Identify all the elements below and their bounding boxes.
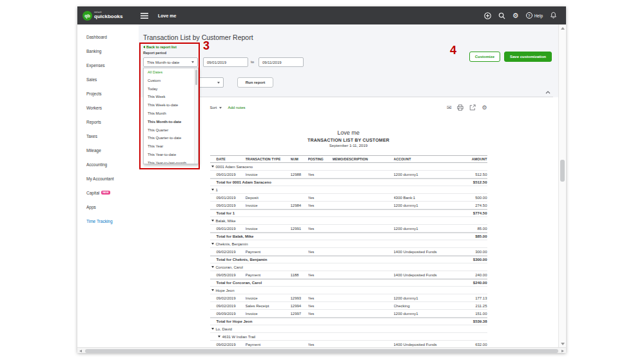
period-option-this-year-to-last-month[interactable]: This Year-to-last-month — [144, 159, 194, 164]
sidebar-item-time-tracking[interactable]: Time Tracking — [77, 214, 139, 228]
total-row: Total for Corcoran, Carol$240.00 — [210, 279, 487, 287]
period-option-custom[interactable]: Custom — [144, 77, 194, 85]
period-option-this-week-to-date[interactable]: This Week-to-date — [144, 101, 194, 110]
print-icon[interactable] — [457, 104, 463, 111]
group-label: Hope Jeon — [210, 289, 487, 292]
help-button[interactable]: ? Help — [526, 12, 543, 19]
collapse-triangle-icon[interactable] — [211, 243, 214, 245]
transaction-row[interactable]: 09/02/2019Sales Receipt12994YesChecking2… — [210, 302, 487, 310]
collapse-chevron-icon[interactable] — [545, 91, 551, 94]
transaction-row[interactable]: 09/01/2019DepositYes4300 Bank:1500.00 — [210, 194, 487, 202]
total-row: Total for Cheknis, Benjamin$300.00 — [210, 256, 487, 263]
group-header-row[interactable]: 0001 Adam Saraceno — [210, 163, 487, 171]
sidebar-item-accounting[interactable]: Accounting — [77, 157, 139, 171]
cell-amount: 85.00 — [462, 227, 487, 231]
save-customization-button[interactable]: Save customization — [504, 52, 552, 62]
group-label: 1 — [210, 188, 487, 192]
vertical-scrollbar-thumb[interactable] — [560, 160, 565, 182]
collapse-triangle-icon[interactable] — [218, 336, 220, 338]
sidebar-item-expenses[interactable]: Expenses — [77, 58, 139, 72]
period-option-today[interactable]: Today — [144, 85, 194, 93]
hamburger-menu-icon[interactable] — [141, 13, 148, 19]
sort-dropdown[interactable]: Sort — [210, 106, 222, 110]
collapse-triangle-icon[interactable] — [211, 220, 214, 222]
run-report-button[interactable]: Run report — [237, 77, 273, 88]
sidebar-item-apps[interactable]: Apps — [77, 200, 139, 214]
sidebar-item-my-accountant[interactable]: My Accountant — [77, 171, 139, 186]
horizontal-scrollbar-track[interactable] — [84, 348, 560, 353]
collapse-triangle-icon[interactable] — [211, 328, 214, 330]
back-to-report-list-link[interactable]: Back to report list — [143, 45, 177, 49]
sidebar-item-label: Dashboard — [86, 35, 107, 39]
sidebar-item-dashboard[interactable]: Dashboard — [77, 30, 139, 44]
group-header-row[interactable]: Corcoran, Carol — [210, 263, 487, 271]
horizontal-scrollbar[interactable] — [77, 347, 566, 353]
group-label: Lo, David — [210, 327, 487, 331]
period-option-this-year[interactable]: This Year — [144, 142, 194, 151]
date-from-input[interactable]: 09/01/2019 — [203, 57, 248, 67]
group-header-row[interactable]: 1 — [210, 186, 487, 194]
customize-button[interactable]: Customize — [469, 52, 500, 62]
report-period-select[interactable]: This Month-to-date — [143, 57, 198, 67]
report-toolbar-icons: ✉ ⚙ — [447, 104, 487, 111]
collapse-triangle-icon[interactable] — [211, 189, 214, 191]
cell-posting: Yes — [308, 343, 333, 347]
cell-num: 1188 — [291, 273, 308, 277]
report-settings-gear-icon[interactable]: ⚙ — [482, 105, 487, 111]
collapse-triangle-icon[interactable] — [211, 266, 214, 268]
transaction-row[interactable]: 09/05/2019Payment1188Yes1400 Undeposited… — [210, 271, 487, 279]
scroll-left-arrow[interactable] — [77, 348, 84, 353]
horizontal-scrollbar-thumb[interactable] — [85, 349, 558, 353]
sidebar-item-capital[interactable]: CapitalNEW — [77, 186, 139, 200]
group-header-row[interactable]: Balak, Mike — [210, 217, 487, 225]
period-option-all-dates[interactable]: All Dates — [144, 68, 194, 77]
scroll-up-arrow[interactable] — [561, 27, 565, 30]
add-notes-link[interactable]: Add notes — [228, 106, 246, 110]
period-option-this-quarter[interactable]: This Quarter — [144, 126, 194, 135]
group-header-row[interactable]: Cheknis, Benjamin — [210, 240, 487, 248]
cell-account: 1400 Undeposited Funds — [394, 343, 462, 347]
collapse-triangle-icon[interactable] — [211, 289, 214, 291]
cell-posting: Yes — [308, 173, 333, 176]
cell-posting: Yes — [308, 312, 333, 316]
dropdown-scrollbar[interactable] — [194, 68, 198, 164]
email-icon[interactable]: ✉ — [447, 105, 452, 111]
scroll-down-arrow[interactable] — [561, 343, 565, 345]
annotation-step-3: 3 — [203, 40, 210, 52]
date-to-input[interactable]: 09/11/2019 — [259, 57, 304, 67]
transaction-row[interactable]: 09/01/2019Invoice12991Yes1200 dummy185.0… — [210, 225, 487, 233]
period-option-this-month-to-date[interactable]: This Month-to-date — [144, 118, 194, 126]
group-header-row[interactable]: Lo, David — [210, 325, 487, 333]
period-option-this-week[interactable]: This Week — [144, 93, 194, 101]
period-option-this-year-to-date[interactable]: This Year-to-date — [144, 151, 194, 159]
sidebar-item-banking[interactable]: Banking — [77, 44, 139, 58]
transaction-row[interactable]: 09/02/2019PaymentYes1400 Undeposited Fun… — [210, 248, 487, 256]
export-icon[interactable] — [469, 104, 476, 111]
period-option-this-quarter-to-date[interactable]: This Quarter-to-date — [144, 134, 194, 142]
sidebar-item-reports[interactable]: Reports — [77, 115, 139, 129]
sidebar-item-workers[interactable]: Workers — [77, 100, 139, 115]
section-divider — [143, 97, 553, 97]
notifications-bell-icon[interactable] — [550, 12, 557, 19]
sidebar-item-projects[interactable]: Projects — [77, 86, 139, 100]
vertical-scrollbar[interactable] — [558, 24, 566, 353]
search-icon[interactable] — [498, 12, 505, 19]
transaction-row[interactable]: 09/02/2019Invoice12993Yes1200 dummy1177.… — [210, 294, 487, 302]
quickbooks-app-window: qb intuit quickbooks Love me ⚙ ? — [77, 6, 566, 353]
group-header-row[interactable]: 4631 W Indian Trail — [210, 333, 487, 341]
group-header-row[interactable]: Hope Jeon — [210, 287, 487, 294]
period-option-this-month[interactable]: This Month — [144, 110, 194, 118]
collapse-triangle-icon[interactable] — [211, 166, 214, 167]
sidebar-item-mileage[interactable]: Mileage — [77, 143, 139, 157]
transaction-row[interactable]: 09/01/2019Invoice12988Yes1200 dummy1512.… — [210, 171, 487, 178]
sidebar-item-sales[interactable]: Sales — [77, 72, 139, 86]
total-label: Total for Balak, Mike — [210, 234, 462, 238]
sidebar-item-taxes[interactable]: Taxes — [77, 129, 139, 143]
settings-gear-icon[interactable]: ⚙ — [512, 12, 519, 19]
transaction-row[interactable]: 09/01/2019Invoice12984Yes1200 dummy1274.… — [210, 202, 487, 209]
total-row: Total for Hope Jeon$539.38 — [210, 318, 487, 325]
scroll-right-arrow[interactable] — [560, 348, 566, 353]
sidebar-item-label: Mileage — [86, 148, 101, 153]
create-plus-icon[interactable] — [484, 12, 491, 19]
transaction-row[interactable]: 09/09/2019Invoice12997Yes1200 dummy1151.… — [210, 310, 487, 318]
